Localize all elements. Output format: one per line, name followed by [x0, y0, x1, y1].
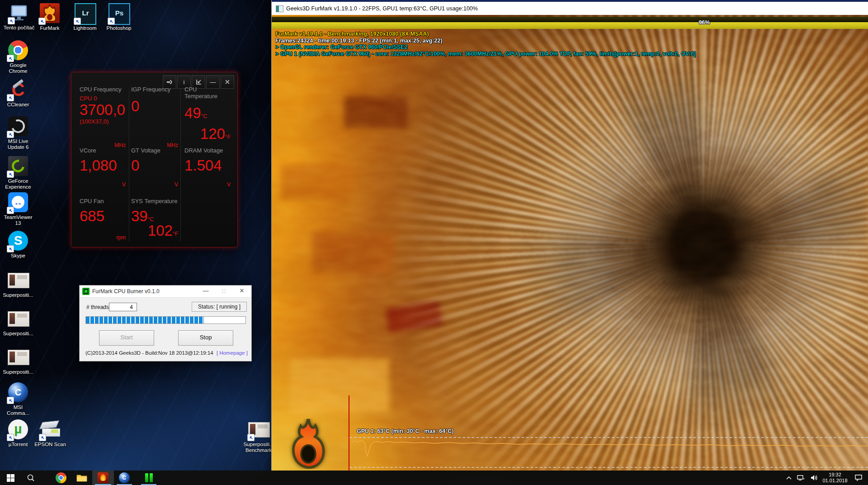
- desktop-icon-photoshop[interactable]: Ps Photoshop: [101, 3, 137, 31]
- shortcut-arrow-icon: [74, 18, 81, 25]
- close-icon: [224, 79, 231, 85]
- desktop-icon-furmark[interactable]: FurMark: [32, 3, 68, 31]
- msi-command-center-icon: C: [8, 382, 28, 403]
- desktop-icon-teamviewer[interactable]: ↔ TeamViewer 13: [0, 192, 36, 226]
- minimize-button[interactable]: —: [202, 287, 210, 295]
- shortcut-arrow-icon: [7, 55, 14, 62]
- speaker-icon: [811, 475, 818, 481]
- homepage-link[interactable]: [ Homepage ]: [217, 350, 248, 356]
- network-icon: [797, 475, 805, 481]
- cpu-burner-app-icon: [82, 288, 90, 295]
- shortcut-arrow-icon: [7, 171, 14, 178]
- taskbar: C 19:32 01.01.2018: [0, 471, 868, 485]
- taskbar-chrome-button[interactable]: [51, 471, 71, 485]
- msi-command-center-icon: C: [119, 472, 130, 483]
- cpu-burner-title: FurMark CPU Burner v0.1.0: [92, 288, 160, 295]
- osd-line-frames: Frames:24324 - time:00:19:13 - FPS:22 (m…: [275, 38, 696, 44]
- skype-icon: S: [8, 231, 28, 252]
- clock-time: 19:32: [821, 472, 849, 478]
- chevron-up-icon: [786, 476, 792, 480]
- icon-label: MSI Live Update 6: [0, 138, 36, 150]
- chrome-icon: [8, 40, 28, 61]
- osd-stats-block: FurMark v1.19.1.0 - Benchmarking, 1920x1…: [275, 31, 696, 57]
- gt-voltage-cell: GT Voltage 0 V: [131, 147, 178, 188]
- start-button[interactable]: [0, 471, 21, 485]
- desktop-icon-epson-scan[interactable]: EPSON Scan: [32, 419, 68, 447]
- shortcut-arrow-icon: [8, 17, 15, 24]
- icon-label: Google Chrome: [0, 62, 36, 74]
- desktop-icon-geforce-experience[interactable]: GeForce Experience: [0, 156, 36, 190]
- desktop-icon-superposition-3[interactable]: Superpositi...: [0, 347, 36, 375]
- shortcut-arrow-icon: [7, 131, 14, 138]
- taskbar-file-explorer-button[interactable]: [71, 471, 92, 485]
- desktop-icon-ccleaner[interactable]: C CCleaner: [0, 79, 36, 108]
- cpu-burner-titlebar[interactable]: FurMark CPU Burner v0.1.0 — □ ✕: [80, 285, 251, 298]
- taskbar-search-button[interactable]: [21, 471, 41, 485]
- furmark-flame-icon: [39, 3, 60, 24]
- fur-noise-fine: [272, 15, 868, 471]
- icon-label: Photoshop: [101, 25, 137, 31]
- icon-label: Superpositi...: [0, 331, 36, 337]
- stop-button[interactable]: Stop: [178, 330, 233, 346]
- windows-logo-icon: [7, 474, 14, 482]
- shortcut-arrow-icon: [247, 434, 255, 441]
- shortcut-arrow-icon: [7, 434, 14, 441]
- desktop-icon-superposition-2[interactable]: Superpositi...: [0, 308, 36, 337]
- desktop-icon-utorrent[interactable]: µ µTorrent: [0, 419, 36, 447]
- icon-label: CCleaner: [0, 102, 36, 108]
- shortcut-arrow-icon: [7, 207, 14, 214]
- clock-date: 01.01.2018: [821, 478, 849, 484]
- taskbar-clock[interactable]: 19:32 01.01.2018: [821, 471, 849, 485]
- taskbar-msi-command-center-button[interactable]: C: [114, 471, 135, 485]
- lightroom-icon: Lr: [75, 3, 95, 24]
- furmark-window-title: Geeks3D FurMark v1.19.1.0 - 22FPS, GPU1 …: [286, 5, 478, 12]
- desktop-icon-skype[interactable]: S Skype: [0, 230, 36, 259]
- chrome-icon: [56, 472, 66, 483]
- taskbar-furmark-button[interactable]: [92, 471, 114, 485]
- desktop-icon-msi-live-update[interactable]: MSI Live Update 6: [0, 116, 36, 150]
- threads-label: # threads: [86, 304, 109, 310]
- close-button[interactable]: ✕: [238, 287, 246, 295]
- superposition-thumbnail-icon: [248, 422, 269, 440]
- superposition-thumbnail-icon: [8, 273, 28, 291]
- maximize-button[interactable]: □: [220, 287, 228, 295]
- icon-label: GeForce Experience: [0, 178, 36, 190]
- furmark-titlebar[interactable]: Geeks3D FurMark v1.19.1.0 - 22FPS, GPU1 …: [272, 2, 868, 15]
- icon-label: µTorrent: [0, 442, 36, 447]
- column-divider: [180, 89, 181, 242]
- progress-percent-label: 96%: [698, 19, 710, 26]
- tray-volume-button[interactable]: [807, 471, 821, 485]
- this-pc-icon: [9, 3, 29, 24]
- teamviewer-icon: ↔: [8, 192, 28, 213]
- minimize-icon: —: [210, 79, 216, 86]
- furmark-render-area: [272, 15, 868, 471]
- desktop-icon-google-chrome[interactable]: Google Chrome: [0, 40, 36, 74]
- epson-scan-icon: [40, 419, 61, 440]
- start-button[interactable]: Start: [99, 330, 154, 346]
- column-divider: [129, 89, 129, 242]
- action-center-button[interactable]: [849, 471, 868, 485]
- taskbar-cpu-burner-button[interactable]: [138, 471, 159, 485]
- tray-chevron-button[interactable]: [783, 471, 795, 485]
- chart-icon: [195, 78, 202, 86]
- cpu-frequency-cell: CPU Frequency CPU 0 3700,0 (100X37,0) MH…: [80, 86, 126, 148]
- osd-line-gpu: > GPU 1 (NVIDIA GeForce GTX 960) - core:…: [275, 51, 696, 57]
- burner-progress-bar: [85, 316, 246, 324]
- desktop-icon-superposition-1[interactable]: Superpositi...: [0, 270, 36, 298]
- threads-input[interactable]: [109, 303, 137, 311]
- shortcut-arrow-icon: [7, 397, 14, 404]
- tray-network-button[interactable]: [795, 471, 807, 485]
- msi-live-update-icon: [8, 116, 28, 137]
- shortcut-arrow-icon: [38, 18, 46, 25]
- search-icon: [27, 474, 35, 482]
- desktop-icon-lightroom[interactable]: Lr Lightroom: [67, 3, 103, 31]
- icon-label: TeamViewer 13: [0, 214, 36, 226]
- superposition-thumbnail-icon: [8, 350, 28, 368]
- vcore-cell: VCore 1,080 V: [80, 147, 126, 188]
- desktop-icon-msi-command-center[interactable]: C MSI Comma...: [0, 382, 36, 416]
- osd-line-benchmark: FurMark v1.19.1.0 - Benchmarking, 1920x1…: [275, 31, 696, 38]
- icon-label: Superpositi...: [0, 369, 36, 375]
- icon-label: Lightroom: [67, 25, 103, 31]
- benchmark-progress-bar: 96%: [272, 17, 868, 29]
- furmark-flame-logo: [287, 418, 329, 469]
